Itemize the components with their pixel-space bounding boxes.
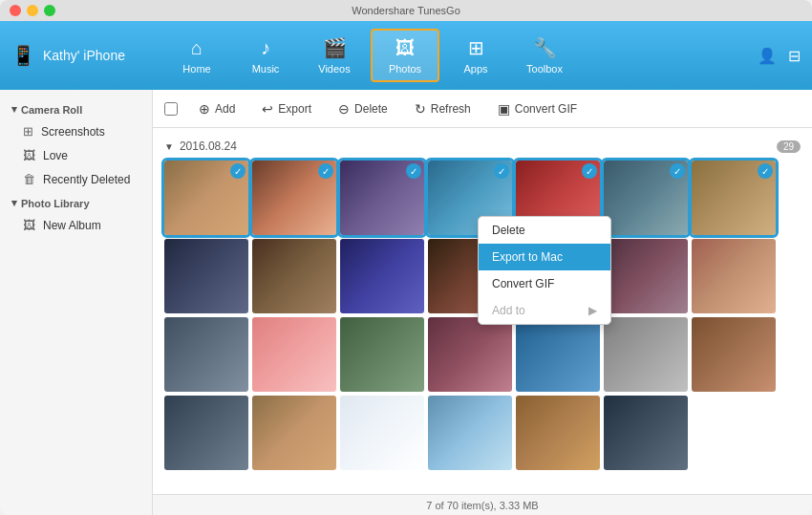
tab-toolbox-label: Toolbox bbox=[526, 63, 563, 75]
sidebar-item-new-album[interactable]: 🖼 New Album bbox=[0, 213, 152, 237]
sidebar: ▾ Camera Roll ⊞ Screenshots 🖼 Love 🗑 Rec… bbox=[0, 90, 153, 515]
photo-thumb-24[interactable] bbox=[340, 396, 424, 470]
header-actions: 👤 ⊟ bbox=[758, 47, 812, 65]
date-label: 2016.08.24 bbox=[180, 139, 237, 153]
photo-thumb-21[interactable] bbox=[692, 317, 776, 392]
photo-thumb-26[interactable] bbox=[516, 396, 600, 470]
refresh-button[interactable]: ↻ Refresh bbox=[409, 97, 477, 120]
photo-thumb-23[interactable] bbox=[252, 396, 336, 470]
refresh-label: Refresh bbox=[431, 102, 471, 116]
toolbox-icon: 🔧 bbox=[533, 36, 557, 59]
music-icon: ♪ bbox=[261, 37, 270, 59]
export-button[interactable]: ↩ Export bbox=[256, 97, 317, 120]
photo-grid-row4 bbox=[164, 396, 801, 470]
photo-library-label: Photo Library bbox=[21, 198, 90, 209]
tab-music[interactable]: ♪ Music bbox=[231, 21, 300, 90]
app-title: Wondershare TunesGo bbox=[352, 5, 460, 16]
add-icon: ⊕ bbox=[199, 101, 210, 117]
photo-thumb-10[interactable] bbox=[340, 239, 424, 313]
delete-label: Delete bbox=[354, 102, 388, 116]
convert-gif-button[interactable]: ▣ Convert GIF bbox=[492, 97, 583, 120]
tab-videos-label: Videos bbox=[318, 63, 350, 75]
photo-thumb-15[interactable] bbox=[164, 317, 248, 392]
photo-thumb-16[interactable] bbox=[252, 317, 336, 392]
photo-check-7: ✓ bbox=[758, 163, 773, 179]
titlebar: Wondershare TunesGo bbox=[0, 0, 812, 21]
add-button[interactable]: ⊕ Add bbox=[193, 97, 241, 120]
context-menu-convert-gif[interactable]: Convert GIF bbox=[479, 270, 610, 297]
toolbar: ⊕ Add ↩ Export ⊖ Delete ↻ Refresh ▣ Conv… bbox=[153, 90, 812, 128]
context-menu-delete[interactable]: Delete bbox=[479, 217, 610, 244]
photo-thumb-3[interactable]: ✓ bbox=[340, 161, 424, 235]
photo-thumb-20[interactable] bbox=[604, 317, 688, 392]
tab-home-label: Home bbox=[182, 63, 210, 75]
maximize-button[interactable] bbox=[44, 5, 55, 16]
photo-thumb-14[interactable] bbox=[692, 239, 776, 313]
photo-thumb-18[interactable] bbox=[428, 317, 512, 392]
submenu-arrow-icon: ▶ bbox=[588, 304, 597, 317]
photo-library-header: ▾ Photo Library bbox=[0, 191, 152, 213]
photo-thumb-2[interactable]: ✓ bbox=[252, 161, 336, 235]
photo-thumb-25[interactable] bbox=[428, 396, 512, 470]
date-header: ▼ 2016.08.24 29 bbox=[164, 139, 801, 153]
photo-thumb-9[interactable] bbox=[252, 239, 336, 313]
new-album-icon: 🖼 bbox=[23, 218, 35, 232]
sidebar-item-recently-deleted[interactable]: 🗑 Recently Deleted bbox=[0, 167, 152, 191]
photo-check-2: ✓ bbox=[318, 163, 333, 179]
iphone-icon: 📱 bbox=[11, 44, 35, 67]
sidebar-item-new-album-label: New Album bbox=[43, 219, 101, 232]
photo-grid-row3 bbox=[164, 317, 801, 392]
gif-icon: ▣ bbox=[498, 101, 510, 117]
photo-thumb-13[interactable] bbox=[604, 239, 688, 313]
tab-toolbox[interactable]: 🔧 Toolbox bbox=[510, 21, 579, 90]
love-icon: 🖼 bbox=[23, 148, 35, 162]
minimize-button[interactable] bbox=[27, 5, 38, 16]
sidebar-item-screenshots[interactable]: ⊞ Screenshots bbox=[0, 119, 152, 143]
photo-area[interactable]: ▼ 2016.08.24 29 ✓ ✓ ✓ ✓ ✓ bbox=[153, 128, 812, 494]
camera-roll-header: ▾ Camera Roll bbox=[0, 97, 152, 119]
photo-count-badge: 29 bbox=[777, 140, 801, 153]
tab-music-label: Music bbox=[252, 63, 280, 75]
apps-icon: ⊞ bbox=[468, 36, 484, 59]
main-layout: ▾ Camera Roll ⊞ Screenshots 🖼 Love 🗑 Rec… bbox=[0, 90, 812, 515]
tab-apps[interactable]: ⊞ Apps bbox=[441, 21, 510, 90]
chevron-down-icon-2: ▾ bbox=[11, 197, 17, 209]
photo-thumb-8[interactable] bbox=[164, 239, 248, 313]
photo-thumb-6[interactable]: ✓ bbox=[604, 161, 688, 235]
close-button[interactable] bbox=[10, 5, 21, 16]
tab-videos[interactable]: 🎬 Videos bbox=[300, 21, 369, 90]
camera-roll-label: Camera Roll bbox=[21, 104, 82, 116]
context-menu-export-to-mac[interactable]: Export to Mac bbox=[479, 244, 610, 270]
select-all-checkbox[interactable] bbox=[164, 102, 178, 116]
export-label: Export bbox=[278, 102, 311, 116]
trash-icon: 🗑 bbox=[23, 172, 35, 186]
photo-check-6: ✓ bbox=[670, 163, 685, 179]
photos-icon: 🖼 bbox=[395, 37, 415, 59]
add-label: Add bbox=[215, 102, 235, 116]
delete-button[interactable]: ⊖ Delete bbox=[332, 97, 394, 120]
photo-check-3: ✓ bbox=[406, 163, 421, 179]
chevron-down-icon: ▾ bbox=[11, 103, 17, 116]
home-icon: ⌂ bbox=[191, 37, 203, 59]
window-icon[interactable]: ⊟ bbox=[788, 47, 801, 65]
context-menu-add-to: Add to ▶ bbox=[479, 297, 610, 324]
status-bar: 7 of 70 item(s), 3.33 MB bbox=[153, 494, 812, 515]
convert-gif-label: Convert GIF bbox=[515, 102, 577, 116]
photo-thumb-17[interactable] bbox=[340, 317, 424, 392]
photo-thumb-27[interactable] bbox=[604, 396, 688, 470]
sidebar-item-love[interactable]: 🖼 Love bbox=[0, 143, 152, 167]
user-icon[interactable]: 👤 bbox=[758, 47, 777, 65]
tab-photos[interactable]: 🖼 Photos bbox=[371, 29, 439, 82]
sidebar-item-love-label: Love bbox=[43, 149, 68, 162]
tab-home[interactable]: ⌂ Home bbox=[162, 21, 231, 90]
photo-thumb-7[interactable]: ✓ bbox=[692, 161, 776, 235]
status-text: 7 of 70 item(s), 3.33 MB bbox=[426, 500, 538, 511]
photo-thumb-19[interactable] bbox=[516, 317, 600, 392]
traffic-lights bbox=[10, 5, 55, 16]
collapse-icon: ▼ bbox=[164, 141, 174, 152]
photo-check-5: ✓ bbox=[582, 163, 597, 179]
photo-thumb-1[interactable]: ✓ bbox=[164, 161, 248, 235]
context-menu-delete-label: Delete bbox=[492, 224, 525, 237]
photo-thumb-22[interactable] bbox=[164, 396, 248, 470]
sidebar-item-screenshots-label: Screenshots bbox=[41, 125, 105, 139]
